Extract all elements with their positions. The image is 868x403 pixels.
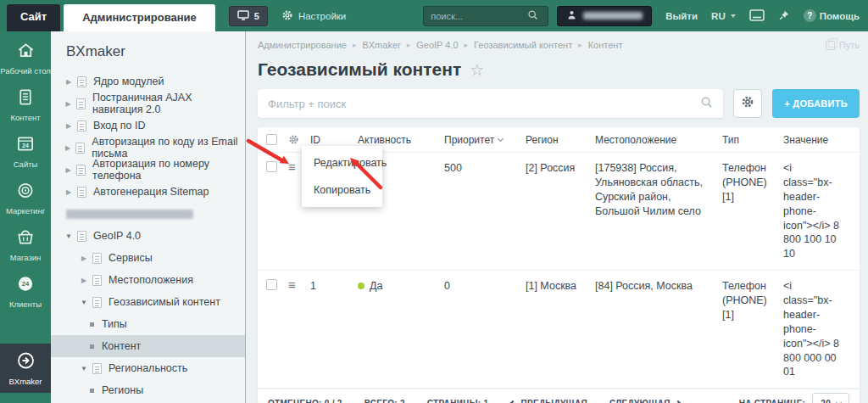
menu-item-phone-auth[interactable]: ▶Авторизация по номеру телефона [51,159,245,181]
doc-icon [77,76,86,87]
doc-icon [77,231,86,242]
copy-path-button[interactable]: Путь [826,40,860,50]
chevron-down-icon: ▼ [80,299,88,306]
menu-item-regionality[interactable]: ▼Региональность [51,357,245,379]
help-button[interactable]: ? Помощь [804,9,860,22]
column-header-priority[interactable]: Приоритет [444,134,526,146]
menu-item-core[interactable]: ▶Ядро модулей [51,70,245,92]
tab-admin-active[interactable]: Администрирование [64,4,215,31]
language-selector[interactable]: RU [711,11,736,21]
topbar-search-input[interactable] [431,11,527,21]
topbar-search[interactable] [423,6,548,26]
menu-item-label: Сервисы [108,252,153,264]
doc-icon [77,187,86,198]
row-menu-button[interactable]: ≡ [288,271,310,291]
sidebar-item-content[interactable]: Контент [0,87,51,123]
column-header-active[interactable]: Активность [358,134,444,146]
breadcrumb: Администрирование▸ BXmaker▸ GeoIP 4.0▸ Г… [258,38,860,52]
context-menu-edit[interactable]: Редактировать [302,149,382,176]
prev-label: ПРЕДЫДУЩАЯ [520,399,587,403]
menu-item-services[interactable]: ▶Сервисы [51,247,245,269]
breadcrumb-item[interactable]: GeoIP 4.0 [416,40,458,50]
language-label: RU [711,11,726,21]
per-page-label: НА СТРАНИЦЕ: [739,399,806,403]
add-button[interactable]: + ДОБАВИТЬ [772,89,860,118]
chevron-right-icon: ▶ [64,188,73,196]
sidebar-item-shop[interactable]: Магазин [0,227,51,263]
sidebar-item-clients[interactable]: 24 Клиенты [0,274,51,310]
chevron-right-icon: ▶ [80,277,88,284]
logout-link[interactable]: Выйти [665,11,698,21]
breadcrumb-item[interactable]: Администрирование [258,40,347,50]
select-all-checkbox[interactable] [266,134,277,145]
gear-icon [281,9,293,23]
sidebar-item-desktop[interactable]: Рабочий стол [0,41,51,76]
sidebar-item-label: Маркетинг [6,207,45,216]
row-checkbox[interactable] [266,161,277,172]
breadcrumb-separator: ▸ [465,41,469,49]
menu-item-label: Типы [102,318,127,330]
menu-item-label: Геозависимый контент [108,296,220,308]
hotkeys-panel-button[interactable] [749,9,765,23]
prev-page-button[interactable]: ПРЕДЫДУЩАЯ [510,399,587,403]
sidebar-item-label: Рабочий стол [0,67,51,76]
menu-item-login-by-id[interactable]: ▶Вход по ID [51,115,245,137]
grid-footer: ОТМЕЧЕНО: 0 / 2 ВСЕГО: 2 СТРАНИЦЫ: 1 ПРЕ… [258,389,860,403]
next-page-button[interactable]: СЛЕДУЮЩАЯ [609,399,681,403]
menu-item-locations[interactable]: ▶Местоположения [51,269,245,291]
sidebar-item-bxmaker[interactable]: BXmaker [0,344,51,393]
sidebar-item-label: Сайты [14,160,38,170]
next-label: СЛЕДУЮЩАЯ [609,399,670,403]
menu-item-content-selected[interactable]: Контент [51,335,245,357]
notifications-button[interactable]: 5 [229,6,268,26]
menu-item-redacted[interactable] [51,203,245,225]
menu-item-geoip[interactable]: ▼GeoIP 4.0 [51,225,245,247]
main-content: Администрирование▸ BXmaker▸ GeoIP 4.0▸ Г… [246,31,868,403]
column-header-id[interactable]: ID [310,134,358,146]
filter-search-input[interactable] [268,98,700,110]
chevron-right-icon: ▶ [64,122,73,130]
menu-item-label: Вход по ID [93,120,145,132]
module-menu: BXmaker ▶Ядро модулей ▶Постраничная AJAX… [51,31,246,403]
sidebar-item-sites[interactable]: 24 Сайты [0,134,51,170]
pin-icon [778,9,790,23]
menu-item-email-auth[interactable]: ▶Авторизация по коду из Email письма [51,137,245,159]
topbar: Сайт Администрирование 5 Настройки Выйти… [0,0,868,31]
svg-text:24: 24 [22,280,30,288]
column-header-type[interactable]: Тип [722,134,783,146]
doc-icon [76,165,86,176]
grid-gear-icon[interactable] [288,134,310,145]
per-page-select[interactable]: 20 [812,393,849,403]
column-header-location[interactable]: Местоположение [595,134,722,146]
pin-button[interactable] [778,9,790,23]
context-menu-copy[interactable]: Копировать [302,176,382,204]
breadcrumb-separator: ▸ [353,41,357,49]
menu-item-regions[interactable]: Регионы [51,379,245,401]
grid-settings-button[interactable] [733,89,762,118]
breadcrumb-item[interactable]: Геозависимый контент [474,40,572,50]
doc-icon [92,297,102,308]
menu-item-label: Авторизация по номеру телефона [92,158,245,182]
menu-item-ajax-nav[interactable]: ▶Постраничная AJAX навигация 2.0 [51,92,245,115]
row-checkbox[interactable] [266,279,277,290]
breadcrumb-separator: ▸ [578,41,582,49]
cell-type: Телефон (PHONE) [1] [722,153,783,213]
settings-button[interactable]: Настройки [281,9,346,23]
document-icon [15,87,36,110]
column-header-region[interactable]: Регион [526,134,595,146]
redacted-menu-item [66,210,193,219]
menu-item-types[interactable]: Типы [51,313,245,335]
menu-item-sitemap[interactable]: ▶Автогенерация Sitemap [51,181,245,203]
user-badge[interactable] [557,6,652,26]
breadcrumb-item[interactable]: Контент [588,40,623,50]
filter-search-box[interactable] [258,89,723,118]
menu-item-geo-content[interactable]: ▼Геозависимый контент [51,291,245,313]
search-icon [700,96,713,112]
clients-icon: 24 [15,274,36,297]
breadcrumb-item[interactable]: BXmaker [362,40,400,50]
favorite-star-icon[interactable]: ☆ [470,60,484,80]
column-header-value[interactable]: Значение [783,134,849,146]
sidebar-item-marketing[interactable]: Маркетинг [0,181,51,216]
tab-site[interactable]: Сайт [7,4,60,31]
chevron-left-icon [509,400,516,403]
